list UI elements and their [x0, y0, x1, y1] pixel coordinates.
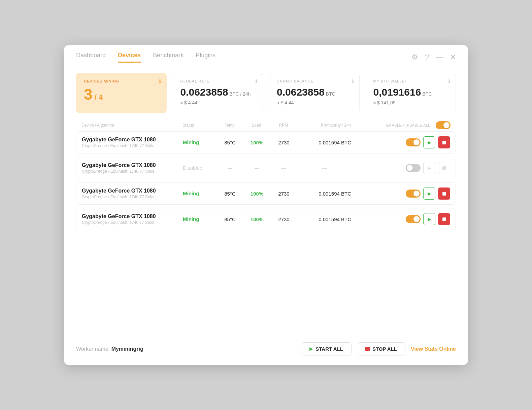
device-toggle-1[interactable] — [406, 138, 421, 146]
unpaid-balance-label: UNPAID BALANCE — [277, 79, 352, 83]
close-icon[interactable]: ✕ — [450, 53, 456, 62]
device-temp-4: 85°C — [217, 216, 243, 222]
col-header-rpm: RPM — [270, 123, 297, 128]
tab-devices[interactable]: Devices — [118, 52, 141, 63]
footer-buttons: ▶ START ALL STOP ALL View Stats Online — [301, 342, 456, 355]
device-profit-1: 0.001594 BTC — [297, 140, 351, 145]
table-row: Gygabyte GeForce GTX 1080 CryptoDredge /… — [76, 157, 456, 179]
device-info-2: Gygabyte GeForce GTX 1080 CryptoDredge /… — [82, 162, 183, 174]
global-rate-label: GLOBAL RATE — [180, 79, 256, 83]
btc-wallet-value: 0,0191616BTC — [373, 87, 448, 98]
minimize-icon[interactable]: — — [436, 53, 443, 62]
enable-all-label: ENABLE / DISABLE ALL — [386, 123, 430, 127]
table-row: Gygabyte GeForce GTX 1080 CryptoDredge /… — [76, 182, 456, 205]
device-algo-1: CryptoDredge / Equihash: 1740.77 Sol/s — [82, 143, 183, 148]
stats-row: ℹ DEVICES MINING 3 / 4 ℹ GLOBAL RATE 0.0… — [64, 63, 468, 119]
table-row: Gygabyte GeForce GTX 1080 CryptoDredge /… — [76, 208, 456, 230]
device-actions-3: ▶ — [351, 187, 450, 200]
stop-button-2[interactable] — [438, 162, 450, 174]
app-window: Dashboard Devices Benchmark Plugins ⚙ ? … — [64, 45, 468, 365]
unpaid-balance-sub: ≈ $ 4.44 — [277, 100, 352, 105]
info-icon-unpaid: ℹ — [352, 78, 354, 84]
device-profit-3: 0.001594 BTC — [297, 191, 351, 197]
tab-dashboard[interactable]: Dashboard — [76, 52, 106, 63]
device-temp-2: --- — [217, 165, 243, 171]
tab-benchmark[interactable]: Benchmark — [153, 52, 184, 63]
enable-all-toggle[interactable] — [436, 121, 451, 129]
device-info-4: Gygabyte GeForce GTX 1080 CryptoDredge /… — [82, 213, 183, 225]
device-actions-1: ▶ — [351, 136, 450, 148]
device-name-3: Gygabyte GeForce GTX 1080 — [82, 188, 183, 194]
device-temp-3: 85°C — [217, 191, 243, 197]
table-row: Gygabyte GeForce GTX 1080 CryptoDredge /… — [76, 131, 456, 153]
stat-card-unpaid-balance: ℹ UNPAID BALANCE 0.0623858BTC ≈ $ 4.44 — [269, 73, 360, 113]
device-load-3: 100% — [243, 191, 270, 197]
global-rate-sub: ≈ $ 4.44 — [180, 100, 256, 105]
col-header-load: Load — [243, 123, 270, 128]
device-profit-2: --- — [297, 165, 351, 171]
col-header-actions: ENABLE / DISABLE ALL — [351, 121, 451, 129]
device-status-1: Mining — [183, 139, 217, 145]
device-algo-3: CryptoDredge / Equihash: 1740.77 Sol/s — [82, 195, 183, 199]
worker-label: Worker name: Myminingrig — [76, 346, 143, 352]
device-status-3: Mining — [183, 191, 217, 197]
devices-mining-value: 3 / 4 — [84, 87, 159, 102]
device-algo-2: CryptoDredge / Equihash: 1740.77 Sol/s — [82, 169, 183, 174]
help-icon[interactable]: ? — [425, 53, 429, 62]
info-icon-devices: ℹ — [159, 78, 161, 84]
tab-plugins[interactable]: Plugins — [196, 52, 215, 63]
device-rpm-1: 2730 — [270, 140, 297, 145]
stat-card-global-rate: ℹ GLOBAL RATE 0.0623858BTC / 24h ≈ $ 4.4… — [173, 73, 263, 113]
device-info-3: Gygabyte GeForce GTX 1080 CryptoDredge /… — [82, 188, 183, 199]
settings-icon[interactable]: ⚙ — [411, 53, 418, 62]
stop-button-3[interactable] — [438, 187, 450, 200]
stop-button-4[interactable] — [438, 213, 450, 225]
device-actions-4: ▶ — [351, 213, 450, 225]
footer: Worker name: Myminingrig ▶ START ALL STO… — [64, 335, 468, 365]
btc-wallet-sub: ≈ $ 141,69 — [373, 100, 448, 105]
device-temp-1: 85°C — [217, 140, 243, 145]
stat-card-devices-mining: ℹ DEVICES MINING 3 / 4 — [76, 73, 167, 113]
stop-all-label: STOP ALL — [372, 346, 397, 352]
table-header: Device / Algorithm Status Temp Load RPM … — [76, 119, 456, 131]
stop-all-stop-icon — [365, 347, 370, 351]
device-name-2: Gygabyte GeForce GTX 1080 — [82, 162, 183, 168]
info-icon-global-rate: ℹ — [255, 78, 257, 84]
start-all-label: START ALL — [315, 346, 343, 352]
nav-tabs: Dashboard Devices Benchmark Plugins — [76, 52, 215, 63]
play-button-1[interactable]: ▶ — [423, 136, 435, 148]
stop-all-button[interactable]: STOP ALL — [357, 342, 405, 355]
col-header-status: Status — [182, 123, 216, 128]
global-rate-value: 0.0623858BTC / 24h — [180, 87, 256, 98]
devices-mining-label: DEVICES MINING — [84, 79, 159, 83]
device-algo-4: CryptoDredge / Equihash: 1740.77 Sol/s — [82, 220, 183, 225]
device-name-1: Gygabyte GeForce GTX 1080 — [82, 137, 183, 143]
stop-button-1[interactable] — [438, 136, 450, 148]
device-toggle-4[interactable] — [406, 215, 421, 223]
device-info-1: Gygabyte GeForce GTX 1080 CryptoDredge /… — [82, 137, 183, 148]
device-table: Device / Algorithm Status Temp Load RPM … — [64, 119, 468, 335]
info-icon-wallet: ℹ — [448, 78, 450, 84]
device-name-4: Gygabyte GeForce GTX 1080 — [82, 213, 183, 219]
device-load-1: 100% — [243, 140, 270, 145]
play-button-3[interactable]: ▶ — [423, 187, 435, 200]
device-toggle-3[interactable] — [406, 190, 421, 198]
btc-wallet-label: MY BTC WALLET — [373, 79, 448, 83]
col-header-device: Device / Algorithm — [81, 123, 182, 128]
device-load-4: 100% — [243, 216, 270, 222]
unpaid-balance-value: 0.0623858BTC — [277, 87, 352, 98]
title-bar: Dashboard Devices Benchmark Plugins ⚙ ? … — [64, 45, 468, 63]
device-toggle-2[interactable] — [406, 164, 421, 172]
device-status-4: Mining — [183, 216, 217, 222]
col-header-temp: Temp — [216, 123, 243, 128]
start-all-button[interactable]: ▶ START ALL — [301, 342, 352, 355]
start-all-play-icon: ▶ — [309, 346, 313, 351]
play-button-4[interactable]: ▶ — [423, 213, 435, 225]
col-header-profit: Profitability / 24h — [297, 123, 351, 128]
device-rpm-3: 2730 — [270, 191, 297, 197]
device-load-2: --- — [243, 165, 270, 171]
view-stats-link[interactable]: View Stats Online — [411, 346, 456, 352]
device-rpm-2: --- — [270, 165, 297, 171]
play-button-2[interactable]: ▶ — [423, 162, 435, 174]
device-actions-2: ▶ — [351, 162, 450, 174]
